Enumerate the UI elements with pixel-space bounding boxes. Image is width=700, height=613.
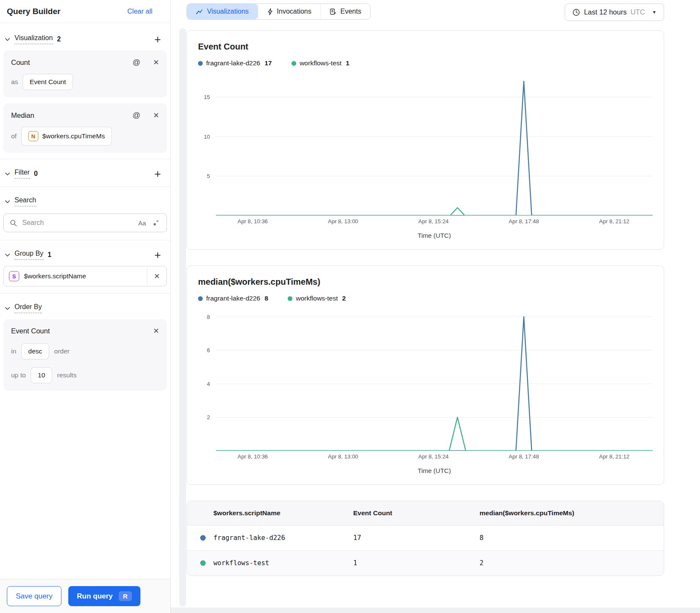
chevron-down-icon[interactable] [4,252,11,258]
run-query-label: Run query [77,592,113,601]
tab-events[interactable]: Events [320,4,370,19]
timezone-label: UTC [630,8,645,16]
x-tick-label: Apr 8, 17:48 [509,218,539,225]
filter-section-label: Filter [15,169,30,179]
close-icon[interactable]: ✕ [153,58,159,67]
legend-dot [292,61,296,66]
x-tick-label: Apr 8, 21:12 [599,453,630,460]
horizontal-scrollbar-track[interactable] [171,607,700,613]
remove-group-by-icon[interactable]: ✕ [147,266,166,286]
card-header: Median @ ✕ [11,111,159,120]
regex-toggle-icon[interactable]: * [153,219,160,228]
at-mention-icon[interactable]: @ [130,111,143,120]
x-axis-title: Time (UTC) [216,232,653,239]
y-tick-label: 4 [207,380,210,387]
time-range-dropdown[interactable]: Last 12 hours UTC ▼ [565,3,664,21]
card-title: Count [11,58,30,67]
card-body: of N $workers.cpuTimeMs [11,127,159,146]
section-divider [0,159,170,159]
cell-median-cpu: 2 [475,551,664,576]
card-body: as Event Count [11,74,159,90]
card-title: Median [11,111,34,120]
time-range-label: Last 12 hours [584,8,627,16]
y-tick-label: 5 [207,173,210,179]
chevron-down-icon[interactable] [4,198,11,205]
chart-area: 2468 [198,313,653,451]
y-axis: 51015 [198,78,216,216]
chart-legend: fragrant-lake-d22617workflows-test1 [198,59,653,67]
close-icon[interactable]: ✕ [153,111,159,120]
search-icon [10,219,17,227]
order-by-section-label: Order By [15,303,42,313]
results-label: results [57,371,77,379]
search-input[interactable] [21,219,131,227]
direction-select[interactable]: desc [21,343,49,359]
visualization-card-median: Median @ ✕ of N $workers.cpuTimeMs [3,103,167,153]
x-tick-label: Apr 8, 10:36 [238,218,268,225]
keyboard-shortcut-badge: R [119,591,132,601]
x-tick-label: Apr 8, 21:12 [599,218,630,225]
field-name: $workers.cpuTimeMs [42,132,105,140]
series-line-workflows-test [216,417,653,451]
legend-series-value: 8 [265,295,268,302]
vertical-scrollbar-track[interactable] [179,28,186,607]
legend-item[interactable]: workflows-test1 [292,59,350,67]
cell-script-name: workflows-test [187,551,348,576]
y-tick-label: 10 [204,133,210,140]
clear-all-button[interactable]: Clear all [125,7,155,16]
sidebar-header: Query Builder Clear all [0,0,170,23]
plot-area [216,78,653,216]
tab-visualizations[interactable]: Visualizations [187,4,258,19]
lightning-icon [267,8,273,15]
match-case-toggle[interactable]: Aa [136,219,149,227]
alias-field[interactable]: Event Count [23,74,73,90]
limit-input[interactable]: 10 [31,367,52,383]
cell-event-count: 17 [348,525,475,551]
of-label: of [11,132,17,140]
chart-panel-event-count: Event Count fragrant-lake-d22617workflow… [187,30,664,250]
group-by-count: 1 [48,251,52,259]
upto-label: up to [11,371,26,379]
tab-label: Events [340,8,361,15]
order-label: order [54,347,70,355]
group-by-field-name: $workers.scriptName [24,272,147,280]
x-axis: Apr 8, 10:36Apr 8, 13:00Apr 8, 15:24Apr … [216,453,653,463]
chevron-down-icon[interactable] [4,305,11,312]
table-header-row: $workers.scriptName Event Count median($… [187,501,664,525]
order-by-card: Event Count ✕ in desc order up to 10 res… [3,319,167,391]
legend-dot [198,61,203,66]
view-tabs: Visualizations Invocations Events [187,3,370,20]
chart-title: Event Count [198,42,653,52]
tab-invocations[interactable]: Invocations [258,4,321,19]
x-tick-label: Apr 8, 17:48 [509,453,539,460]
save-query-button[interactable]: Save query [7,586,61,606]
legend-item[interactable]: fragrant-lake-d2268 [198,295,268,302]
order-by-field: Event Count [11,327,50,335]
legend-item[interactable]: fragrant-lake-d22617 [198,59,272,67]
visualization-section-header: Visualization 2 + [0,28,170,50]
run-query-button[interactable]: Run query R [68,586,140,606]
visualization-count: 2 [57,35,61,43]
app-root: Query Builder Clear all Visualization 2 … [0,0,700,613]
caret-down-icon: ▼ [652,10,656,15]
card-header: Count @ ✕ [11,58,159,67]
chevron-down-icon[interactable] [4,36,11,43]
group-by-field[interactable]: S $workers.scriptName ✕ [3,266,167,286]
field-selector[interactable]: N $workers.cpuTimeMs [21,127,112,146]
add-group-by-button[interactable]: + [154,251,162,259]
chevron-down-icon[interactable] [4,171,11,177]
legend-series-value: 1 [346,59,350,67]
table-row[interactable]: workflows-test12 [187,551,664,576]
table-row[interactable]: fragrant-lake-d226178 [187,525,664,551]
add-filter-button[interactable]: + [154,170,162,178]
series-color-dot [200,535,206,541]
x-tick-label: Apr 8, 13:00 [328,218,358,225]
at-mention-icon[interactable]: @ [130,58,143,67]
legend-item[interactable]: workflows-test2 [288,295,346,302]
chart-title: median($workers.cpuTimeMs) [198,277,653,287]
svg-text:*: * [156,219,159,225]
tab-label: Visualizations [207,8,249,15]
close-icon[interactable]: ✕ [153,327,159,336]
add-visualization-button[interactable]: + [154,35,162,43]
line-chart [216,313,653,451]
